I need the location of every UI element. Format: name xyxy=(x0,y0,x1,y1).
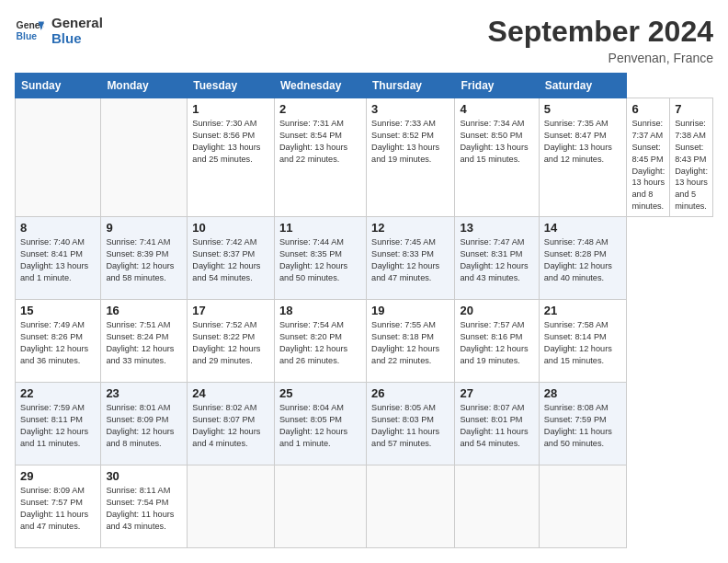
day-number: 26 xyxy=(371,386,449,400)
day-number: 3 xyxy=(371,102,449,116)
day-number: 11 xyxy=(279,221,361,235)
calendar-cell: 8Sunrise: 7:40 AMSunset: 8:41 PMDaylight… xyxy=(16,217,101,300)
location: Penvenan, France xyxy=(488,51,713,65)
day-number: 1 xyxy=(192,102,269,116)
calendar-cell xyxy=(188,465,275,548)
calendar-table: SundayMondayTuesdayWednesdayThursdayFrid… xyxy=(15,73,713,548)
calendar-cell: 25Sunrise: 8:04 AMSunset: 8:05 PMDayligh… xyxy=(274,383,366,465)
calendar-cell: 30Sunrise: 8:11 AMSunset: 7:54 PMDayligh… xyxy=(101,465,188,548)
empty-cell xyxy=(101,98,188,217)
calendar-cell: 9Sunrise: 7:41 AMSunset: 8:39 PMDaylight… xyxy=(101,217,188,300)
day-number: 16 xyxy=(106,304,182,317)
day-number: 4 xyxy=(460,102,533,116)
calendar-cell: 10Sunrise: 7:42 AMSunset: 8:37 PMDayligh… xyxy=(188,217,275,300)
day-detail: Sunrise: 7:57 AMSunset: 8:16 PMDaylight:… xyxy=(460,319,533,367)
day-detail: Sunrise: 7:38 AMSunset: 8:43 PMDaylight:… xyxy=(675,118,708,213)
empty-cell xyxy=(16,98,101,217)
calendar-cell: 26Sunrise: 8:05 AMSunset: 8:03 PMDayligh… xyxy=(367,383,455,465)
day-number: 23 xyxy=(106,386,182,400)
calendar-cell: 13Sunrise: 7:47 AMSunset: 8:31 PMDayligh… xyxy=(455,217,539,300)
day-number: 6 xyxy=(631,102,665,116)
day-number: 21 xyxy=(544,304,622,317)
day-number: 13 xyxy=(460,221,533,235)
calendar-cell: 5Sunrise: 7:35 AMSunset: 8:47 PMDaylight… xyxy=(539,98,627,217)
column-header-wednesday: Wednesday xyxy=(274,74,366,98)
calendar-cell: 22Sunrise: 7:59 AMSunset: 8:11 PMDayligh… xyxy=(16,383,101,465)
day-detail: Sunrise: 7:42 AMSunset: 8:37 PMDaylight:… xyxy=(192,236,269,284)
day-number: 27 xyxy=(460,386,533,400)
day-number: 20 xyxy=(460,304,533,317)
day-detail: Sunrise: 7:34 AMSunset: 8:50 PMDaylight:… xyxy=(460,118,533,166)
day-number: 18 xyxy=(279,304,361,317)
day-number: 7 xyxy=(675,102,708,116)
calendar-cell: 1Sunrise: 7:30 AMSunset: 8:56 PMDaylight… xyxy=(188,98,275,217)
day-number: 25 xyxy=(279,386,361,400)
month-title: September 2024 xyxy=(488,15,713,49)
day-number: 28 xyxy=(544,386,622,400)
column-header-monday: Monday xyxy=(101,74,188,98)
day-number: 9 xyxy=(106,221,182,235)
day-detail: Sunrise: 7:55 AMSunset: 8:18 PMDaylight:… xyxy=(371,319,449,367)
calendar-cell: 2Sunrise: 7:31 AMSunset: 8:54 PMDaylight… xyxy=(274,98,366,217)
calendar-cell: 21Sunrise: 7:58 AMSunset: 8:14 PMDayligh… xyxy=(539,300,627,383)
day-number: 24 xyxy=(192,386,269,400)
column-header-saturday: Saturday xyxy=(539,74,627,98)
day-detail: Sunrise: 7:35 AMSunset: 8:47 PMDaylight:… xyxy=(544,118,622,166)
day-detail: Sunrise: 7:47 AMSunset: 8:31 PMDaylight:… xyxy=(460,236,533,284)
day-number: 12 xyxy=(371,221,449,235)
calendar-cell: 6Sunrise: 7:37 AMSunset: 8:45 PMDaylight… xyxy=(627,98,670,217)
day-number: 5 xyxy=(544,102,622,116)
logo: General Blue General Blue xyxy=(15,15,103,47)
day-detail: Sunrise: 7:52 AMSunset: 8:22 PMDaylight:… xyxy=(192,319,269,367)
title-block: September 2024 Penvenan, France xyxy=(488,15,713,65)
logo-icon: General Blue xyxy=(15,16,44,45)
day-detail: Sunrise: 7:44 AMSunset: 8:35 PMDaylight:… xyxy=(279,236,361,284)
day-number: 30 xyxy=(106,469,182,483)
day-detail: Sunrise: 8:05 AMSunset: 8:03 PMDaylight:… xyxy=(371,402,449,450)
day-number: 8 xyxy=(20,221,96,235)
day-number: 17 xyxy=(192,304,269,317)
calendar-cell xyxy=(274,465,366,548)
svg-text:Blue: Blue xyxy=(17,31,38,41)
day-detail: Sunrise: 7:31 AMSunset: 8:54 PMDaylight:… xyxy=(279,118,361,166)
column-header-sunday: Sunday xyxy=(16,74,101,98)
calendar-cell: 12Sunrise: 7:45 AMSunset: 8:33 PMDayligh… xyxy=(367,217,455,300)
calendar-cell: 15Sunrise: 7:49 AMSunset: 8:26 PMDayligh… xyxy=(16,300,101,383)
calendar-cell: 29Sunrise: 8:09 AMSunset: 7:57 PMDayligh… xyxy=(16,465,101,548)
day-detail: Sunrise: 8:11 AMSunset: 7:54 PMDaylight:… xyxy=(106,485,182,533)
day-detail: Sunrise: 7:40 AMSunset: 8:41 PMDaylight:… xyxy=(20,236,96,284)
calendar-cell: 14Sunrise: 7:48 AMSunset: 8:28 PMDayligh… xyxy=(539,217,627,300)
day-detail: Sunrise: 8:04 AMSunset: 8:05 PMDaylight:… xyxy=(279,402,361,450)
calendar-cell: 7Sunrise: 7:38 AMSunset: 8:43 PMDaylight… xyxy=(670,98,713,217)
calendar-cell: 23Sunrise: 8:01 AMSunset: 8:09 PMDayligh… xyxy=(101,383,188,465)
calendar-cell: 19Sunrise: 7:55 AMSunset: 8:18 PMDayligh… xyxy=(367,300,455,383)
day-number: 29 xyxy=(20,469,96,483)
calendar-cell: 28Sunrise: 8:08 AMSunset: 7:59 PMDayligh… xyxy=(539,383,627,465)
calendar-cell: 3Sunrise: 7:33 AMSunset: 8:52 PMDaylight… xyxy=(367,98,455,217)
calendar-cell xyxy=(539,465,627,548)
calendar-cell xyxy=(455,465,539,548)
calendar-cell: 17Sunrise: 7:52 AMSunset: 8:22 PMDayligh… xyxy=(188,300,275,383)
calendar-cell: 18Sunrise: 7:54 AMSunset: 8:20 PMDayligh… xyxy=(274,300,366,383)
day-number: 14 xyxy=(544,221,622,235)
column-header-friday: Friday xyxy=(455,74,539,98)
day-detail: Sunrise: 7:59 AMSunset: 8:11 PMDaylight:… xyxy=(20,402,96,450)
day-detail: Sunrise: 8:09 AMSunset: 7:57 PMDaylight:… xyxy=(20,485,96,533)
day-detail: Sunrise: 8:07 AMSunset: 8:01 PMDaylight:… xyxy=(460,402,533,450)
day-detail: Sunrise: 7:33 AMSunset: 8:52 PMDaylight:… xyxy=(371,118,449,166)
day-number: 22 xyxy=(20,386,96,400)
day-detail: Sunrise: 8:01 AMSunset: 8:09 PMDaylight:… xyxy=(106,402,182,450)
day-detail: Sunrise: 7:37 AMSunset: 8:45 PMDaylight:… xyxy=(631,118,665,213)
calendar-cell: 16Sunrise: 7:51 AMSunset: 8:24 PMDayligh… xyxy=(101,300,188,383)
calendar-cell: 24Sunrise: 8:02 AMSunset: 8:07 PMDayligh… xyxy=(188,383,275,465)
day-number: 19 xyxy=(371,304,449,317)
day-number: 10 xyxy=(192,221,269,235)
day-number: 2 xyxy=(279,102,361,116)
day-detail: Sunrise: 7:30 AMSunset: 8:56 PMDaylight:… xyxy=(192,118,269,166)
column-header-tuesday: Tuesday xyxy=(188,74,275,98)
day-detail: Sunrise: 7:51 AMSunset: 8:24 PMDaylight:… xyxy=(106,319,182,367)
day-detail: Sunrise: 7:41 AMSunset: 8:39 PMDaylight:… xyxy=(106,236,182,284)
calendar-cell: 20Sunrise: 7:57 AMSunset: 8:16 PMDayligh… xyxy=(455,300,539,383)
day-detail: Sunrise: 7:49 AMSunset: 8:26 PMDaylight:… xyxy=(20,319,96,367)
calendar-cell: 11Sunrise: 7:44 AMSunset: 8:35 PMDayligh… xyxy=(274,217,366,300)
